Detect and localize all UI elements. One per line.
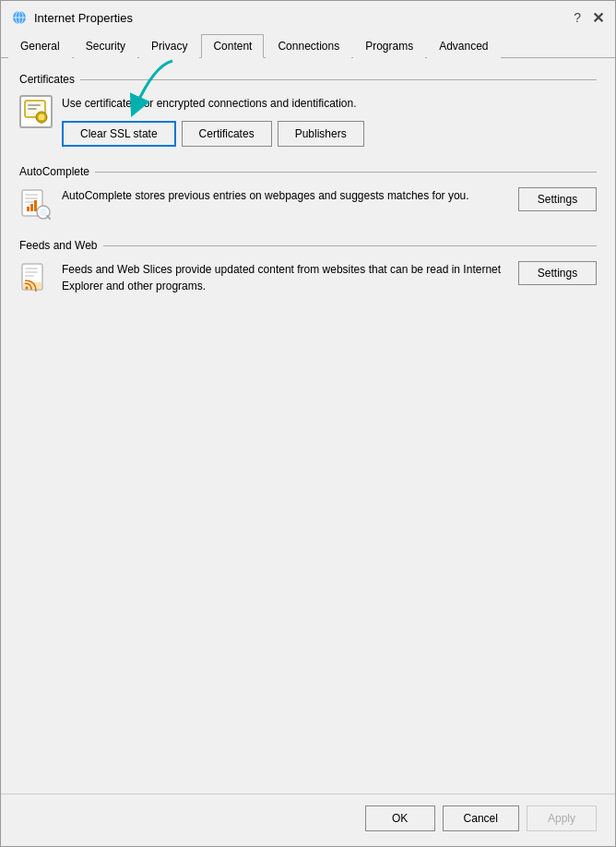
autocomplete-line (95, 172, 597, 173)
tabs-bar: General Security Privacy Content Connect… (1, 34, 615, 58)
annotation-arrow (108, 56, 200, 130)
svg-rect-19 (34, 200, 37, 211)
title-bar-controls: ? ✕ (574, 9, 604, 27)
autocomplete-settings-col: Settings (518, 187, 597, 211)
internet-properties-window: Internet Properties ? ✕ General Security… (0, 0, 616, 847)
certificates-header: Certificates (19, 73, 597, 86)
svg-point-8 (39, 114, 45, 121)
tab-programs[interactable]: Programs (353, 34, 425, 58)
close-button[interactable]: ✕ (592, 9, 604, 27)
certificates-section: Certificates Use certificates f (19, 73, 597, 147)
certificates-description: Use certificates for encrypted connectio… (62, 97, 357, 110)
feeds-title: Feeds and Web (19, 239, 103, 252)
svg-rect-6 (28, 108, 37, 110)
svg-point-25 (26, 287, 29, 290)
certificates-content: Use certificates for encrypted connectio… (19, 95, 597, 147)
svg-rect-9 (41, 120, 43, 124)
svg-rect-11 (25, 194, 38, 196)
svg-rect-18 (30, 204, 33, 211)
certificates-title: Certificates (19, 73, 80, 86)
autocomplete-settings-button[interactable]: Settings (518, 187, 597, 211)
feeds-description: Feeds and Web Slices provide updated con… (62, 263, 501, 292)
clear-ssl-button[interactable]: Clear SSL state (62, 121, 176, 147)
ok-button[interactable]: OK (365, 805, 435, 831)
svg-rect-22 (25, 271, 38, 273)
publishers-button[interactable]: Publishers (278, 121, 364, 147)
certificates-button[interactable]: Certificates (182, 121, 272, 147)
ie-icon (12, 10, 27, 25)
feeds-icon (19, 261, 53, 294)
certificate-icon (19, 95, 53, 128)
autocomplete-content: AutoComplete stores previous entries on … (19, 187, 597, 221)
tab-security[interactable]: Security (74, 34, 137, 58)
feeds-section: Feeds and Web (19, 239, 597, 294)
autocomplete-header: AutoComplete (19, 165, 597, 178)
feeds-content: Feeds and Web Slices provide updated con… (19, 261, 597, 294)
certificates-line (80, 79, 597, 80)
svg-rect-12 (25, 197, 38, 199)
footer: OK Cancel Apply (1, 793, 615, 846)
tab-privacy[interactable]: Privacy (139, 34, 199, 58)
annotation-container: Clear SSL state Certificates Publishers (62, 121, 597, 147)
tab-general[interactable]: General (8, 34, 72, 58)
apply-button[interactable]: Apply (527, 805, 597, 831)
svg-rect-21 (25, 268, 38, 269)
tab-content[interactable]: Content (201, 34, 264, 58)
cancel-button[interactable]: Cancel (443, 805, 519, 831)
help-button[interactable]: ? (574, 10, 581, 25)
autocomplete-section: AutoComplete (19, 165, 597, 221)
svg-point-15 (40, 209, 47, 216)
tab-connections[interactable]: Connections (266, 34, 351, 58)
feeds-settings-button[interactable]: Settings (518, 261, 597, 285)
title-bar-left: Internet Properties (12, 10, 133, 25)
feeds-settings-col: Settings (518, 261, 597, 285)
feeds-header: Feeds and Web (19, 239, 597, 252)
window-title: Internet Properties (34, 11, 133, 25)
svg-rect-23 (25, 275, 34, 277)
autocomplete-icon (19, 187, 53, 221)
svg-rect-13 (25, 201, 34, 203)
svg-line-16 (47, 216, 50, 219)
content-panel: Certificates Use certificates f (1, 58, 615, 793)
tab-advanced[interactable]: Advanced (427, 34, 500, 58)
title-bar: Internet Properties ? ✕ (1, 1, 615, 34)
feeds-line (103, 245, 598, 246)
autocomplete-title: AutoComplete (19, 165, 95, 178)
certificates-buttons: Clear SSL state Certificates Publishers (62, 121, 597, 147)
svg-rect-17 (27, 207, 30, 211)
svg-rect-5 (28, 104, 41, 106)
autocomplete-description: AutoComplete stores previous entries on … (62, 189, 469, 202)
